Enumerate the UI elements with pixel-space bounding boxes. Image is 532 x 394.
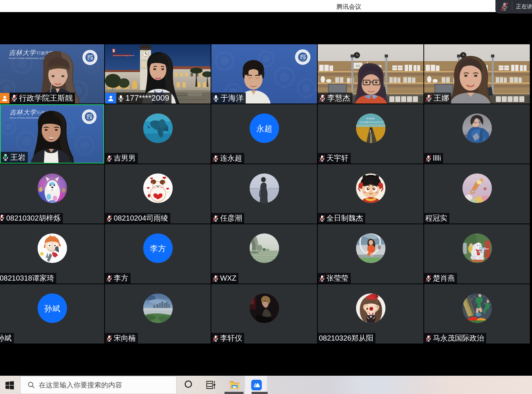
svg-text:Instructional Technology Servi: Instructional Technology Services bbox=[113, 55, 135, 56]
svg-text:吉林大学: 吉林大学 bbox=[9, 49, 37, 56]
svg-text:孙斌: 孙斌 bbox=[44, 304, 60, 313]
svg-text:Keep Goin: Keep Goin bbox=[479, 248, 488, 250]
svg-text:UNIVERSITY: UNIVERSITY bbox=[116, 51, 131, 54]
svg-text:#CXY: #CXY bbox=[479, 251, 484, 253]
svg-text:永超: 永超 bbox=[256, 124, 272, 133]
svg-text:吉林大学: 吉林大学 bbox=[10, 109, 37, 116]
svg-text:李方: 李方 bbox=[150, 244, 166, 253]
svg-text:SAN DIEGO STATE: SAN DIEGO STATE bbox=[116, 49, 137, 51]
svg-text:一定会感激现在拼命的自己: 一定会感激现在拼命的自己 bbox=[357, 121, 384, 124]
svg-text:未来的你: 未来的你 bbox=[366, 117, 375, 120]
